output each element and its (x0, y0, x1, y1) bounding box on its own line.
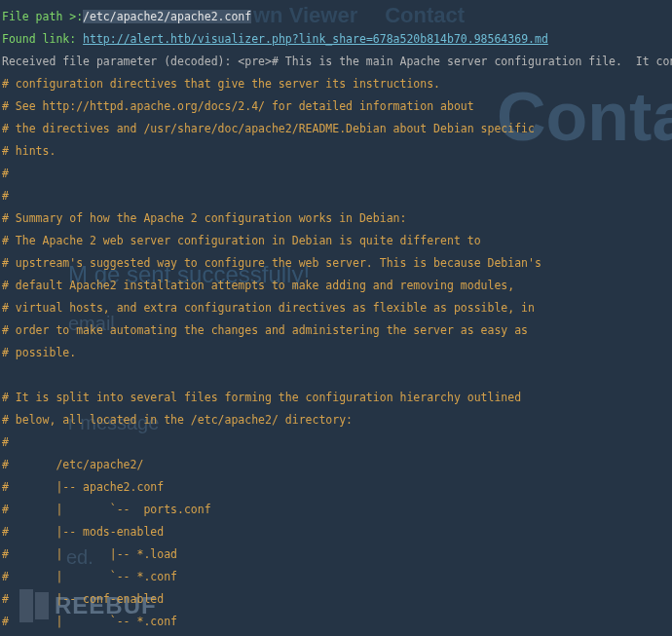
terminal-line: # | `-- ports.conf (2, 505, 670, 516)
terminal-line: # | `-- *.conf (2, 617, 670, 628)
terminal-line: # |-- conf-enabled (2, 594, 670, 606)
found-link-url[interactable]: http://alert.htb/visualizer.php?link_sha… (83, 32, 548, 46)
terminal-line: # | |-- *.load (2, 549, 670, 561)
terminal-line: # See http://httpd.apache.org/docs/2.4/ … (2, 101, 670, 113)
terminal-line: # /etc/apache2/ (2, 460, 670, 471)
terminal-line: # the directives and /usr/share/doc/apac… (2, 124, 670, 135)
file-path-input[interactable]: /etc/apache2/apache2.conf (83, 10, 251, 23)
terminal-line: # It is split into several files forming… (2, 393, 670, 404)
terminal-output[interactable]: File path >:/etc/apache2/apache2.conf Fo… (0, 0, 672, 636)
terminal-line: # (2, 437, 670, 449)
prompt-label: File path >: (2, 10, 83, 23)
terminal-line: Received file parameter (decoded): <pre>… (2, 56, 670, 68)
terminal-line: # possible. (2, 348, 670, 359)
found-link-label: Found link: (2, 32, 83, 46)
terminal-line: # configuration directives that give the… (2, 79, 670, 91)
terminal-line: # upstream's suggested way to configure … (2, 258, 670, 270)
terminal-line: # The Apache 2 web server configuration … (2, 236, 670, 247)
terminal-line: # virtual hosts, and extra configuration… (2, 303, 670, 315)
terminal-line: File path >:/etc/apache2/apache2.conf (2, 12, 670, 23)
terminal-line: # default Apache2 installation attempts … (2, 281, 670, 292)
terminal-line (2, 370, 670, 382)
terminal-line: # |-- mods-enabled (2, 527, 670, 539)
terminal-line: # hints. (2, 146, 670, 158)
terminal-line: Found link: http://alert.htb/visualizer.… (2, 34, 670, 46)
terminal-line: # |-- apache2.conf (2, 482, 670, 494)
terminal-line: # order to make automating the changes a… (2, 325, 670, 337)
terminal-line: # (2, 168, 670, 180)
terminal-line: # Summary of how the Apache 2 configurat… (2, 213, 670, 225)
terminal-line: # (2, 191, 670, 203)
terminal-line: # | `-- *.conf (2, 572, 670, 583)
terminal-line: # below, all located in the /etc/apache2… (2, 415, 670, 427)
